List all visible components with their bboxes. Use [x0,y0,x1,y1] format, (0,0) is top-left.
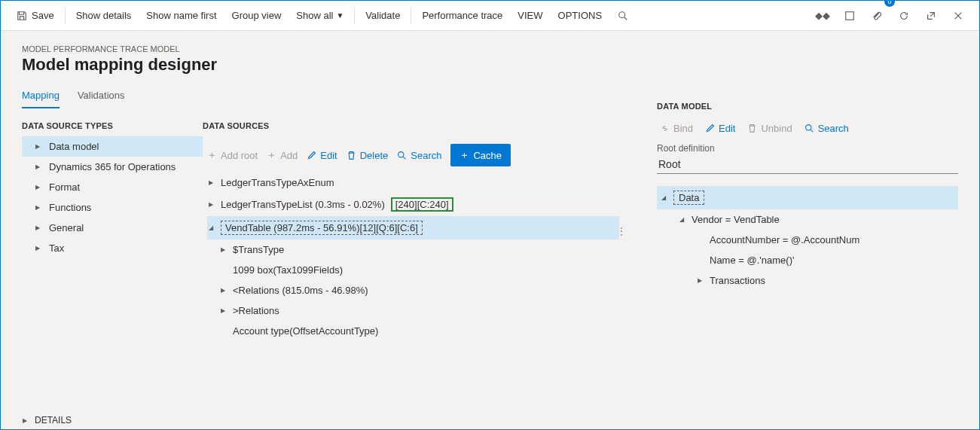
dm-row-data[interactable]: ◢Data [657,186,958,209]
ds-row-transtype[interactable]: ▶$TransType [207,239,619,260]
svg-point-0 [619,11,625,17]
data-source-types-panel: DATA SOURCE TYPES ▶Data model ▶Dynamics … [22,109,203,341]
show-details-button[interactable]: Show details [69,1,139,30]
ds-row-relations-out[interactable]: ▶>Relations [207,300,619,321]
triangle-right-icon: ▶ [34,143,41,150]
svg-line-6 [811,130,813,132]
data-model-tree: ◢Data ◢Vendor = VendTable ▶AccountNumber… [657,186,958,291]
edit-icon [307,151,316,160]
attachment-icon [871,10,883,22]
dst-item-tax[interactable]: ▶Tax [22,238,203,258]
data-sources-panel: DATA SOURCES ＋Add root ＋Add Edit Delete [203,109,619,341]
ds-row-ledger-list[interactable]: ▶LedgerTransTypeList (0.3ms - 0.02%)[240… [207,193,619,216]
search-button[interactable]: Search [397,150,441,161]
plus-icon: ＋ [267,148,276,162]
dst-item-dynamics365[interactable]: ▶Dynamics 365 for Operations [22,157,203,177]
performance-trace-button[interactable]: Performance trace [414,1,510,30]
ds-row-relations-in[interactable]: ▶<Relations (815.0ms - 46.98%) [207,280,619,300]
search-dm-button[interactable]: Search [804,123,849,134]
dm-row-name[interactable]: ▶Name = @.'name()' [657,250,958,270]
show-all-button[interactable]: Show all▼ [289,1,351,30]
unbind-button[interactable]: Unbind [747,123,792,134]
triangle-down-icon: ◢ [660,194,667,201]
highlight-box: [240][C:240] [391,197,453,212]
validate-button[interactable]: Validate [358,1,408,30]
close-button[interactable] [945,1,972,30]
triangle-right-icon: ▶ [34,163,41,170]
data-sources-list: ▶LedgerTransTypeAxEnum ▶LedgerTransTypeL… [203,172,619,341]
dm-row-transactions[interactable]: ▶Transactions [657,270,958,291]
waffle-icon-button[interactable]: ◆◆ [809,1,836,30]
triangle-right-icon: ▶ [219,307,227,314]
chevron-down-icon: ▼ [336,11,343,20]
search-toolbar-button[interactable] [609,1,637,30]
waffle-icon: ◆◆ [817,10,829,22]
dm-row-accountnumber[interactable]: ▶AccountNumber = @.AccountNum [657,230,958,250]
search-icon [397,151,407,160]
close-icon [952,10,964,22]
data-model-label: DATA MODEL [657,102,958,111]
breadcrumb: MODEL PERFORMANCE TRACE MODEL [22,44,958,53]
page-content: MODEL PERFORMANCE TRACE MODEL Model mapp… [1,31,979,341]
edit-dm-button[interactable]: Edit [705,123,735,134]
dst-item-format[interactable]: ▶Format [22,177,203,197]
bind-button[interactable]: Bind [660,123,693,134]
triangle-right-icon: ▶ [219,246,227,253]
tab-mapping[interactable]: Mapping [22,85,60,108]
triangle-right-icon: ▶ [207,179,215,186]
delete-button[interactable]: Delete [347,150,389,161]
triangle-right-icon: ▶ [34,184,41,191]
ds-row-1099box[interactable]: ▶1099 box(Tax1099Fields) [207,260,619,280]
show-name-first-button[interactable]: Show name first [139,1,224,30]
more-vertical-icon[interactable]: ⋮ [616,225,627,237]
dst-item-general[interactable]: ▶General [22,218,203,238]
options-button[interactable]: OPTIONS [551,1,610,30]
triangle-right-icon: ▶ [207,201,215,208]
ds-row-vendtable[interactable]: ◢VendTable (987.2ms - 56.91%)[12][Q:6][C… [207,216,619,239]
unbind-icon [747,124,757,133]
ds-row-account-type[interactable]: ▶Account type(OffsetAccountType) [207,321,619,341]
dst-item-data-model[interactable]: ▶Data model [22,136,203,157]
dst-item-functions[interactable]: ▶Functions [22,197,203,218]
root-definition-input[interactable] [657,155,958,174]
refresh-button[interactable] [890,1,917,30]
svg-line-4 [403,157,405,159]
office-icon-button[interactable] [836,1,863,30]
toolbar-separator [354,8,355,24]
office-icon [844,10,856,22]
delete-icon [347,151,356,160]
save-button[interactable]: Save [8,1,62,30]
ds-row-ledger-enum[interactable]: ▶LedgerTransTypeAxEnum [207,172,619,193]
data-sources-label: DATA SOURCES [203,121,619,130]
search-icon [617,10,629,22]
triangle-right-icon: ▶ [696,277,704,284]
triangle-right-icon: ▶ [219,287,227,294]
plus-icon: ＋ [207,148,217,162]
cache-button[interactable]: ＋Cache [450,144,511,166]
toolbar-separator [65,8,66,24]
add-root-button[interactable]: ＋Add root [207,148,258,162]
page-title: Model mapping designer [22,55,958,75]
svg-point-3 [398,151,404,157]
view-button[interactable]: VIEW [510,1,550,30]
triangle-right-icon: ▶ [34,245,41,252]
search-icon [804,124,814,133]
add-button[interactable]: ＋Add [267,148,298,162]
attachments-button[interactable]: 0 [863,1,890,30]
dm-row-vendor[interactable]: ◢Vendor = VendTable [657,209,958,230]
triangle-right-icon: ▶ [34,204,41,211]
edit-button[interactable]: Edit [307,150,337,161]
root-definition-label: Root definition [657,143,958,154]
tab-validations[interactable]: Validations [78,85,125,108]
popout-button[interactable] [917,1,945,30]
refresh-icon [898,10,910,22]
details-expander[interactable]: ▶ DETAILS [21,415,72,425]
popout-icon [925,10,937,22]
save-label: Save [32,10,54,21]
data-source-types-label: DATA SOURCE TYPES [22,121,203,130]
triangle-down-icon: ◢ [678,216,685,223]
toolbar-separator [411,8,411,24]
group-view-button[interactable]: Group view [224,1,289,30]
app-toolbar: Save Show details Show name first Group … [1,1,979,31]
triangle-right-icon: ▶ [34,224,41,231]
